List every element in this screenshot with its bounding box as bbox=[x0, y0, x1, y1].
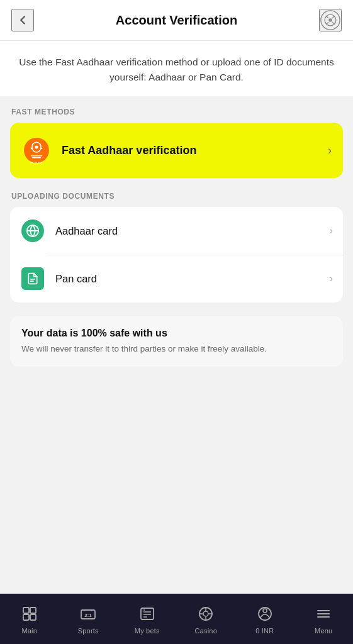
aadhaar-card-item[interactable]: Aadhaar card › bbox=[10, 207, 343, 255]
bottom-nav: Main 2:1 Sports My bets bbox=[0, 594, 353, 644]
casino-icon bbox=[198, 606, 214, 625]
aadhaar-card-label: Aadhaar card bbox=[55, 225, 330, 237]
svg-rect-27 bbox=[141, 608, 154, 619]
uploading-documents-section: UPLOADING DOCUMENTS Aadhaar card › bbox=[0, 192, 353, 303]
nav-item-menu[interactable]: Menu bbox=[294, 594, 354, 644]
fast-methods-label: FAST METHODS bbox=[10, 108, 343, 116]
nav-item-casino[interactable]: Casino bbox=[177, 594, 236, 644]
globe-icon bbox=[21, 219, 44, 242]
app-header: Account Verification bbox=[0, 0, 353, 41]
uploading-documents-label: UPLOADING DOCUMENTS bbox=[10, 192, 343, 201]
svg-line-5 bbox=[332, 22, 335, 25]
wallet-icon bbox=[257, 606, 273, 625]
sports-label: Sports bbox=[78, 627, 99, 635]
svg-point-13 bbox=[41, 148, 42, 149]
pan-card-label: Pan card bbox=[55, 273, 330, 285]
svg-rect-15 bbox=[32, 157, 41, 158]
aadhaar-logo: AADHAAR bbox=[21, 135, 52, 165]
nav-item-sports[interactable]: 2:1 Sports bbox=[59, 594, 118, 644]
svg-point-6 bbox=[328, 18, 332, 21]
main-label: Main bbox=[21, 627, 37, 635]
svg-line-3 bbox=[332, 16, 335, 18]
support-button[interactable] bbox=[319, 9, 342, 31]
svg-point-11 bbox=[40, 144, 41, 145]
casino-label: Casino bbox=[195, 627, 217, 635]
svg-point-9 bbox=[35, 146, 38, 149]
safety-banner: Your data is 100% safe with us We will n… bbox=[10, 316, 343, 367]
svg-point-12 bbox=[31, 148, 32, 149]
svg-line-2 bbox=[326, 16, 328, 18]
main-icon bbox=[21, 606, 38, 625]
safety-description: We will never transfer it to third parti… bbox=[21, 343, 332, 355]
pan-card-icon bbox=[20, 266, 45, 291]
menu-label: Menu bbox=[315, 627, 332, 635]
mybets-icon bbox=[139, 606, 155, 625]
menu-icon bbox=[315, 606, 332, 625]
fast-aadhaar-chevron: › bbox=[328, 144, 332, 157]
svg-point-39 bbox=[263, 609, 267, 613]
svg-point-10 bbox=[32, 144, 33, 145]
svg-rect-23 bbox=[30, 608, 36, 613]
description-text: Use the Fast Aadhaar verification method… bbox=[0, 41, 353, 96]
document-icon bbox=[21, 267, 44, 290]
fast-aadhaar-label: Fast Aadhaar verification bbox=[62, 144, 323, 157]
main-content: Use the Fast Aadhaar verification method… bbox=[0, 41, 353, 423]
aadhaar-card-icon bbox=[20, 218, 45, 243]
nav-item-mybets[interactable]: My bets bbox=[118, 594, 177, 644]
svg-point-7 bbox=[24, 138, 49, 163]
mybets-label: My bets bbox=[135, 627, 160, 635]
svg-text:2:1: 2:1 bbox=[84, 613, 92, 618]
svg-rect-22 bbox=[23, 614, 29, 620]
fast-aadhaar-button[interactable]: AADHAAR Fast Aadhaar verification › bbox=[10, 123, 343, 178]
page-title: Account Verification bbox=[116, 13, 237, 28]
sports-icon: 2:1 bbox=[80, 606, 96, 625]
nav-item-wallet[interactable]: 0 INR bbox=[235, 594, 294, 644]
aadhaar-card-chevron: › bbox=[330, 225, 333, 236]
svg-line-4 bbox=[326, 22, 328, 25]
svg-rect-24 bbox=[30, 614, 36, 620]
svg-point-33 bbox=[203, 611, 208, 616]
svg-text:AADHAAR: AADHAAR bbox=[30, 161, 42, 164]
wallet-label: 0 INR bbox=[255, 627, 274, 635]
pan-card-item[interactable]: Pan card › bbox=[10, 255, 343, 303]
nav-item-main[interactable]: Main bbox=[0, 594, 59, 644]
description-body: Use the Fast Aadhaar verification method… bbox=[19, 57, 334, 82]
fast-methods-section: FAST METHODS bbox=[0, 108, 353, 178]
svg-rect-14 bbox=[31, 155, 42, 157]
safety-title: Your data is 100% safe with us bbox=[21, 328, 332, 339]
svg-rect-21 bbox=[23, 608, 29, 613]
pan-card-chevron: › bbox=[330, 273, 333, 284]
back-button[interactable] bbox=[11, 9, 34, 31]
upload-documents-card: Aadhaar card › Pan card › bbox=[10, 207, 343, 303]
